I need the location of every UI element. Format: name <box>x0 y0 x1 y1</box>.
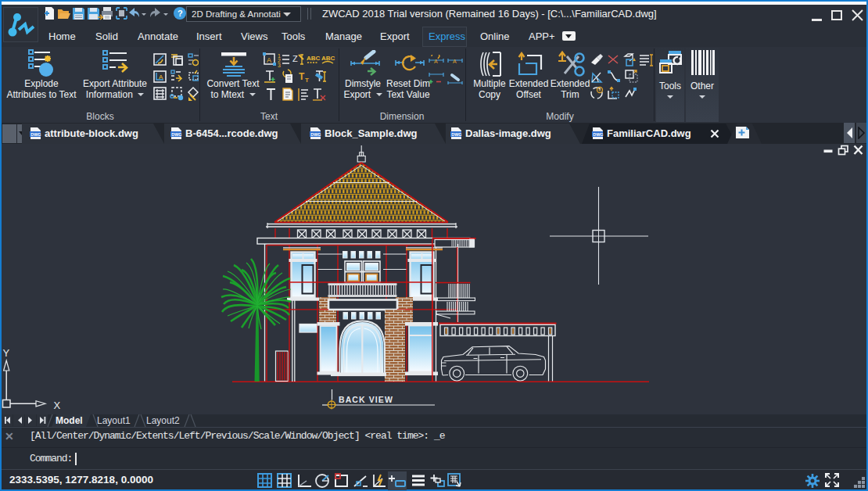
svg-text:DWG: DWG <box>30 132 41 137</box>
svg-text:3: 3 <box>278 63 281 68</box>
svg-text:A: A <box>267 56 271 64</box>
svg-text:DWG: DWG <box>451 132 461 137</box>
svg-text:BACK VIEW: BACK VIEW <box>339 395 393 404</box>
svg-text:?: ? <box>178 9 183 18</box>
svg-text:Y: Y <box>3 347 10 359</box>
svg-text:DWG: DWG <box>593 132 603 137</box>
svg-text:ABC: ABC <box>321 55 335 62</box>
svg-text:DWG: DWG <box>171 132 181 137</box>
svg-text:T: T <box>305 77 309 84</box>
svg-text:Z: Z <box>292 54 298 63</box>
svg-text:A: A <box>434 59 438 64</box>
svg-text:X: X <box>54 400 61 411</box>
svg-text:A: A <box>159 73 163 81</box>
svg-text:A: A <box>453 59 457 64</box>
svg-text:ABC: ABC <box>307 55 321 62</box>
svg-text:DWG: DWG <box>310 132 321 137</box>
svg-text:T: T <box>299 71 305 82</box>
